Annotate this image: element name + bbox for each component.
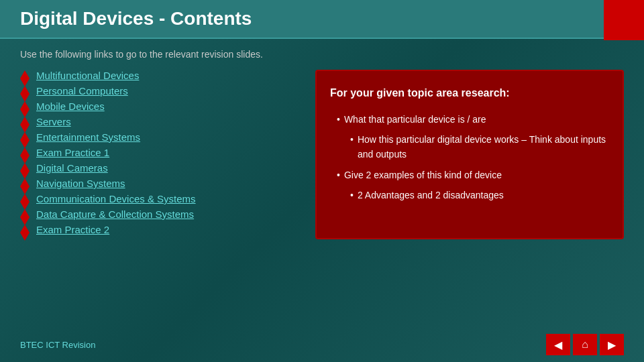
bullet-diamond-icon: [20, 225, 30, 233]
bullet-2: How this particular digital device works…: [350, 132, 609, 162]
home-button[interactable]: ⌂: [573, 334, 597, 355]
link-mobile-devices[interactable]: Mobile Devices: [36, 101, 105, 112]
bullet-2-text: How this particular digital device works…: [358, 132, 609, 162]
bullet-diamond-icon: [20, 70, 30, 78]
link-exam-practice-1[interactable]: Exam Practice 1: [36, 147, 109, 158]
bullet-1-text: What that particular device is / are: [344, 112, 486, 127]
title-bar: Digital Devices - Contents: [0, 0, 644, 39]
bullet-4-text: 2 Advantages and 2 disadvantages: [358, 188, 504, 202]
list-item-digital-cameras: Digital Cameras: [20, 162, 302, 174]
link-communication-devices[interactable]: Communication Devices & Systems: [36, 193, 196, 204]
link-digital-cameras[interactable]: Digital Cameras: [36, 162, 108, 174]
bullet-3: Give 2 examples of this kind of device: [337, 168, 609, 182]
page-title: Digital Devices - Contents: [20, 8, 624, 29]
left-column: Multifunctional DevicesPersonal Computer…: [20, 70, 302, 239]
info-panel: For your given topic area research: What…: [315, 70, 624, 239]
top-right-decoration: [604, 0, 644, 40]
bullet-3-text: Give 2 examples of this kind of device: [344, 168, 502, 182]
list-item-personal-computers: Personal Computers: [20, 85, 302, 97]
list-item-servers: Servers: [20, 116, 302, 127]
bullet-diamond-icon: [20, 147, 30, 156]
list-item-navigation-systems: Navigation Systems: [20, 178, 302, 189]
bullet-4: 2 Advantages and 2 disadvantages: [350, 188, 609, 202]
nav-buttons: ◀ ⌂ ▶: [546, 334, 624, 355]
bullet-diamond-icon: [20, 209, 30, 217]
bullet-diamond-icon: [20, 194, 30, 202]
link-multifunctional-devices[interactable]: Multifunctional Devices: [36, 70, 139, 81]
bullet-diamond-icon: [20, 132, 30, 140]
list-item-entertainment-systems: Entertainment Systems: [20, 131, 302, 143]
footer-label: BTEC ICT Revision: [20, 340, 95, 350]
list-item-communication-devices: Communication Devices & Systems: [20, 193, 302, 204]
info-panel-bullets: What that particular device is / are How…: [330, 112, 609, 203]
bullet-diamond-icon: [20, 117, 30, 125]
back-button[interactable]: ◀: [546, 334, 570, 355]
list-item-exam-practice-2: Exam Practice 2: [20, 224, 302, 235]
link-list: Multifunctional DevicesPersonal Computer…: [20, 70, 302, 235]
bullet-diamond-icon: [20, 86, 30, 94]
link-servers[interactable]: Servers: [36, 116, 71, 127]
bullet-diamond-icon: [20, 163, 30, 171]
footer-bar: BTEC ICT Revision ◀ ⌂ ▶: [20, 334, 624, 355]
list-item-mobile-devices: Mobile Devices: [20, 101, 302, 112]
link-personal-computers[interactable]: Personal Computers: [36, 85, 128, 97]
info-panel-title: For your given topic area research:: [330, 84, 609, 102]
subtitle: Use the following links to go to the rel…: [20, 49, 624, 60]
bullet-diamond-icon: [20, 178, 30, 186]
link-entertainment-systems[interactable]: Entertainment Systems: [36, 131, 140, 143]
link-data-capture[interactable]: Data Capture & Collection Systems: [36, 208, 194, 220]
link-exam-practice-2[interactable]: Exam Practice 2: [36, 224, 109, 235]
forward-button[interactable]: ▶: [600, 334, 624, 355]
list-item-data-capture: Data Capture & Collection Systems: [20, 208, 302, 220]
list-item-multifunctional-devices: Multifunctional Devices: [20, 70, 302, 81]
bullet-diamond-icon: [20, 101, 30, 109]
page-container: Digital Devices - Contents Use the follo…: [0, 0, 644, 362]
link-navigation-systems[interactable]: Navigation Systems: [36, 178, 125, 189]
content-area: Multifunctional DevicesPersonal Computer…: [20, 70, 624, 239]
bullet-1: What that particular device is / are: [337, 112, 609, 127]
list-item-exam-practice-1: Exam Practice 1: [20, 147, 302, 158]
